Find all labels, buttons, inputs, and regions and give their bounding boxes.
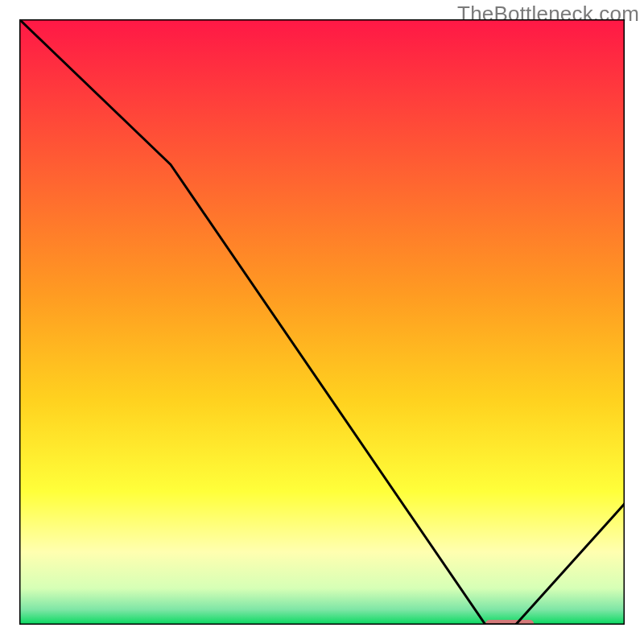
- bottleneck-chart: [19, 19, 625, 625]
- chart-svg: [19, 19, 625, 625]
- chart-background: [19, 19, 625, 625]
